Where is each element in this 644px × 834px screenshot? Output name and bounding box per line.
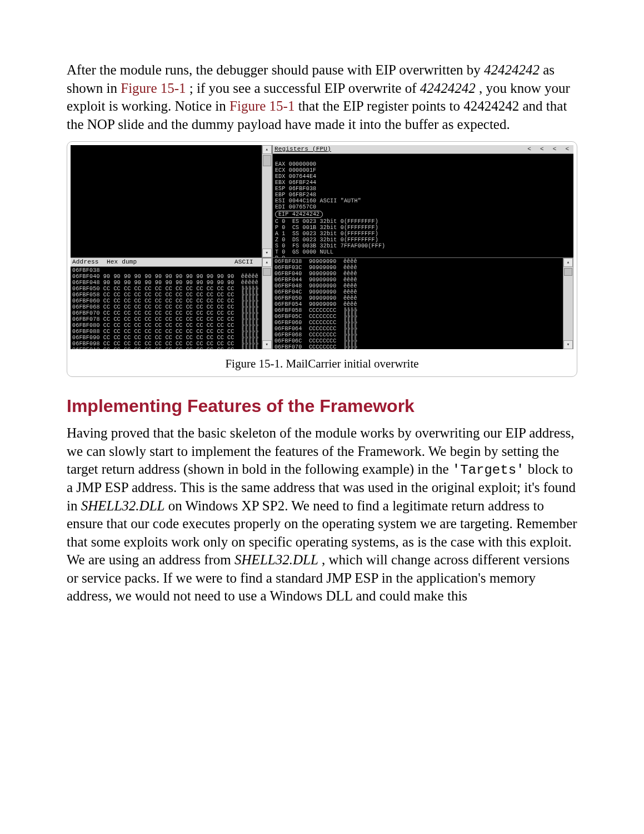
flag-line: C 0 ES 0023 32bit 0(FFFFFFFF)	[275, 219, 378, 225]
chevron-left-icon[interactable]: <	[563, 145, 572, 153]
reg-line: EBX 06FBF244	[275, 180, 316, 186]
body-paragraph-2: Having proved that the basic skeleton of…	[67, 424, 577, 605]
stack-pane: 06FBF038 90909090 êêêê 06FBF03C 90909090…	[272, 258, 563, 349]
scroll-down-icon[interactable]: ▾	[563, 340, 573, 349]
debugger-top-row: ▴ ▾ Registers (FPU) < < < <	[71, 145, 573, 257]
dump-scrollbar[interactable]: ▴ ▾	[262, 258, 272, 349]
chevron-left-icon[interactable]: <	[550, 145, 559, 153]
hex-dump-body: 06FBF038 06FBF040 90 90 90 90 90 90 90 9…	[71, 267, 262, 349]
debugger-screenshot: ▴ ▾ Registers (FPU) < < < <	[71, 145, 573, 349]
reg-line: ECX 0000001F	[275, 167, 316, 173]
registers-body: EAX 00000000 ECX 0000001F EDX 007644E4 E…	[273, 154, 573, 257]
registers-header: Registers (FPU) < < < <	[273, 145, 573, 154]
shell32-ref-1: SHELL32.DLL	[81, 498, 165, 513]
reg-line: EDX 007644E4	[275, 173, 316, 180]
figure-ref-2[interactable]: Figure 15-1	[229, 98, 294, 113]
registers-pane: Registers (FPU) < < < < EAX 00000000 ECX…	[272, 145, 573, 257]
dump-col-address: Address	[72, 258, 103, 266]
registers-chevrons[interactable]: < < < <	[525, 145, 572, 153]
flag-line: Z 0 DS 0023 32bit 0(FFFFFFFF)	[275, 237, 378, 243]
figure-ref-1[interactable]: Figure 15-1	[121, 81, 186, 96]
flag-line: P 0 CS 001B 32bit 0(FFFFFFFF)	[275, 225, 378, 231]
registers-title: Registers (FPU)	[274, 145, 331, 153]
reg-line: ESP 06FBF038	[275, 186, 316, 192]
reg-line: ESI 0044C160 ASCII "AUTH"	[275, 198, 361, 204]
scroll-up-icon[interactable]: ▴	[262, 258, 272, 267]
scroll-up-icon[interactable]: ▴	[262, 145, 272, 154]
disasm-scrollbar[interactable]: ▴ ▾	[262, 145, 272, 257]
scroll-down-icon[interactable]: ▾	[262, 249, 272, 257]
flag-line: S 0 FS 003B 32bit 7FFAF000(FFF)	[275, 243, 385, 249]
eip-value-2: 42424242	[420, 81, 476, 96]
cpu-disasm-pane	[71, 145, 262, 257]
reg-line: EBP 06FBF248	[275, 192, 316, 198]
text: ; if you see a successful EIP overwrite …	[189, 81, 420, 96]
eip-highlight: EIP 42424242	[275, 211, 323, 218]
flag-line: D 0	[275, 255, 286, 257]
eip-value-1: 42424242	[484, 62, 540, 77]
stack-scrollbar[interactable]: ▴ ▾	[563, 258, 573, 349]
shell32-ref-2: SHELL32.DLL	[234, 552, 318, 567]
section-heading: Implementing Features of the Framework	[67, 396, 577, 416]
figure-15-1: ▴ ▾ Registers (FPU) < < < <	[67, 141, 577, 377]
dump-col-hex: Hex dump	[107, 258, 231, 266]
reg-line: EDI 007657C0	[275, 204, 316, 210]
hex-dump-header: Address Hex dump ASCII	[71, 258, 262, 267]
debugger-bottom-row: Address Hex dump ASCII 06FBF038 06FBF040…	[71, 257, 573, 349]
chevron-left-icon[interactable]: <	[537, 145, 546, 153]
flag-line: A 1 SS 0023 32bit 0(FFFFFFFF)	[275, 231, 378, 237]
reg-line: EAX 00000000	[275, 161, 316, 167]
code-targets: 'Targets'	[452, 463, 525, 478]
scroll-up-icon[interactable]: ▴	[563, 258, 573, 267]
stack-body: 06FBF038 90909090 êêêê 06FBF03C 90909090…	[273, 258, 563, 349]
intro-paragraph: After the module runs, the debugger shou…	[67, 61, 577, 133]
flag-line: T 0 GS 0000 NULL	[275, 249, 333, 255]
scroll-down-icon[interactable]: ▾	[262, 340, 272, 349]
hex-dump-pane: Address Hex dump ASCII 06FBF038 06FBF040…	[71, 258, 262, 349]
page: After the module runs, the debugger shou…	[0, 0, 644, 647]
dump-col-ascii: ASCII	[234, 258, 260, 266]
figure-caption: Figure 15-1. MailCarrier initial overwri…	[71, 357, 573, 371]
chevron-left-icon[interactable]: <	[525, 145, 534, 153]
text: After the module runs, the debugger shou…	[67, 62, 484, 77]
